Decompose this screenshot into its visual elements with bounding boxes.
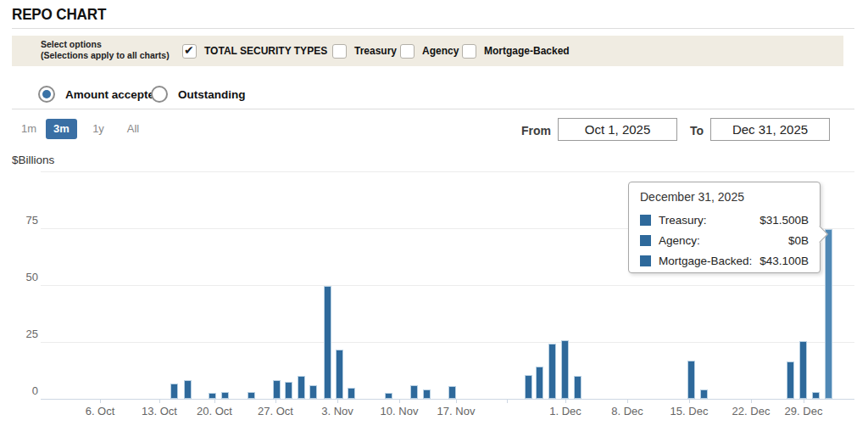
select-options-label: Select options (Selections apply to all … xyxy=(41,39,170,61)
to-label: To xyxy=(690,124,704,137)
bar-highlighted[interactable] xyxy=(825,229,832,399)
bar[interactable] xyxy=(309,385,317,399)
bar[interactable] xyxy=(348,388,355,399)
bar[interactable] xyxy=(448,386,456,399)
checkbox-box-checked[interactable]: ✔ xyxy=(182,44,197,59)
bar[interactable] xyxy=(209,393,216,399)
x-axis-label: 3. Nov xyxy=(303,405,371,417)
range-button-3m[interactable]: 3m xyxy=(46,119,77,139)
checkbox-agency[interactable]: Agency xyxy=(400,36,459,66)
to-date-input[interactable] xyxy=(710,118,830,141)
bar[interactable] xyxy=(410,385,418,399)
bar[interactable] xyxy=(298,376,305,399)
tooltip-row-mortgage-backed: Mortgage-Backed: $43.100B xyxy=(640,250,809,271)
bar[interactable] xyxy=(385,393,392,399)
gridline-100 xyxy=(41,171,854,172)
series-swatch-icon xyxy=(640,255,651,266)
x-axis-tick xyxy=(627,399,628,403)
checkbox-box[interactable] xyxy=(332,44,347,59)
radio-row-divider xyxy=(12,109,854,109)
y-axis-label: 25 xyxy=(0,328,38,340)
bar[interactable] xyxy=(574,376,581,399)
bar[interactable] xyxy=(548,344,556,399)
range-button-1m[interactable]: 1m xyxy=(15,119,42,139)
bar[interactable] xyxy=(285,382,292,399)
x-axis-tick xyxy=(689,399,690,403)
checkbox-label: Agency xyxy=(422,45,459,57)
series-swatch-icon xyxy=(640,215,651,226)
x-axis-label: 17. Nov xyxy=(422,405,490,417)
x-axis-label: 15. Dec xyxy=(655,405,723,417)
x-axis-label: 27. Oct xyxy=(242,405,309,417)
radio-unselected-icon[interactable] xyxy=(151,86,168,103)
bar[interactable] xyxy=(812,392,820,399)
bar[interactable] xyxy=(324,286,331,399)
y-axis-label: 50 xyxy=(0,271,38,283)
series-swatch-icon xyxy=(640,235,651,246)
bar[interactable] xyxy=(248,392,255,399)
gridline-0 xyxy=(41,399,854,400)
x-axis-tick xyxy=(456,399,457,403)
tooltip-row-treasury: Treasury: $31.500B xyxy=(640,210,809,230)
bar[interactable] xyxy=(423,389,431,399)
repo-chart-page: REPO CHART Select options (Selections ap… xyxy=(0,0,868,437)
radio-selected-icon[interactable] xyxy=(38,86,55,103)
x-axis-tick xyxy=(804,399,804,403)
x-axis-tick xyxy=(399,399,400,403)
bar[interactable] xyxy=(273,380,281,399)
y-axis-label: 75 xyxy=(0,214,38,227)
x-axis-label: 29. Dec xyxy=(770,405,837,417)
from-label: From xyxy=(521,124,551,137)
bar[interactable] xyxy=(336,350,343,399)
chart-tooltip: December 31, 2025 Treasury: $31.500B Age… xyxy=(628,182,821,273)
radio-label: Outstanding xyxy=(178,88,246,101)
bar[interactable] xyxy=(700,389,708,399)
checkbox-treasury[interactable]: Treasury xyxy=(332,36,397,66)
bar[interactable] xyxy=(221,392,229,399)
radio-amount-accepted[interactable]: Amount accepted xyxy=(38,81,161,107)
x-axis-tick xyxy=(507,399,508,403)
tooltip-date: December 31, 2025 xyxy=(640,190,809,204)
bar[interactable] xyxy=(184,380,192,399)
checkbox-label: TOTAL SECURITY TYPES xyxy=(204,45,327,57)
y-axis-title: $Billions xyxy=(12,154,54,166)
checkbox-mortgage-backed[interactable]: Mortgage-Backed xyxy=(462,36,570,66)
checkbox-label: Treasury xyxy=(354,45,397,57)
x-axis-tick xyxy=(275,399,276,403)
x-axis-tick xyxy=(337,399,338,403)
checkbox-label: Mortgage-Backed xyxy=(484,45,570,57)
x-axis-tick xyxy=(159,399,160,403)
y-axis-label: 0 xyxy=(0,384,38,397)
x-axis-label: 8. Dec xyxy=(593,405,661,417)
bar[interactable] xyxy=(799,341,807,399)
checkbox-box[interactable] xyxy=(400,44,415,59)
x-axis-label: 1. Dec xyxy=(531,405,599,417)
tooltip-row-agency: Agency: $0B xyxy=(640,230,809,250)
bar[interactable] xyxy=(561,340,569,399)
page-title: REPO CHART xyxy=(12,6,106,24)
radio-label: Amount accepted xyxy=(65,88,161,101)
x-axis-tick xyxy=(565,399,566,403)
x-axis-tick xyxy=(751,399,752,403)
checkbox-total-security-types[interactable]: ✔ TOTAL SECURITY TYPES xyxy=(182,36,327,66)
bar[interactable] xyxy=(525,375,532,399)
from-date-input[interactable] xyxy=(558,118,677,141)
bar[interactable] xyxy=(687,361,695,399)
x-axis-tick xyxy=(214,399,215,403)
range-button-all[interactable]: All xyxy=(119,119,147,139)
x-axis-label: 6. Oct xyxy=(66,405,134,417)
gridline-25 xyxy=(41,342,854,343)
radio-outstanding[interactable]: Outstanding xyxy=(151,81,246,107)
bar[interactable] xyxy=(536,367,543,399)
range-button-1y[interactable]: 1y xyxy=(85,119,112,139)
x-axis-tick xyxy=(100,399,101,403)
bar[interactable] xyxy=(787,361,794,399)
options-bar: Select options (Selections apply to all … xyxy=(12,36,843,66)
gridline-50 xyxy=(41,285,854,286)
x-axis-label: 20. Oct xyxy=(181,405,248,417)
header-divider xyxy=(12,28,854,29)
bar[interactable] xyxy=(170,384,178,399)
check-icon: ✔ xyxy=(184,43,194,57)
checkbox-box[interactable] xyxy=(462,44,476,59)
